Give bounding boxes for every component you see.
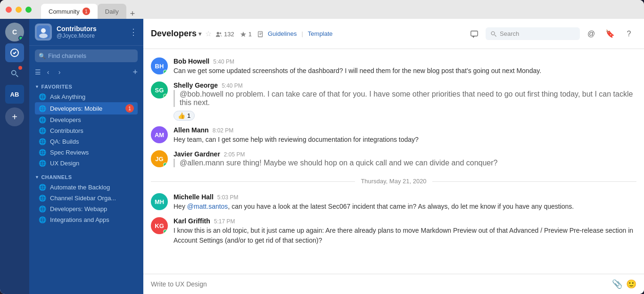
message-text: I know this is an old topic, but it just… <box>173 226 636 245</box>
sidebar-item-channel-sidebar[interactable]: 🌐 Channel Sidebar Orga... <box>35 193 138 204</box>
online-indicator <box>18 36 23 41</box>
message-time: 8:02 PM <box>213 127 234 134</box>
message-text: Hey team, can I get some help with revie… <box>173 135 636 145</box>
workspace-logo <box>35 24 52 41</box>
mention-link[interactable]: @allen.mann <box>180 159 224 167</box>
message-row: AM Allen Mann 8:02 PM Hey team, can I ge… <box>143 123 644 147</box>
message-body: Michelle Hall 5:03 PM Hey @matt.santos, … <box>173 193 636 212</box>
mention-link[interactable]: @matt.santos <box>187 203 228 210</box>
sidebar-more-button[interactable]: ⋮ <box>129 27 138 37</box>
workspace-avatar[interactable]: C <box>5 23 24 41</box>
file-icon <box>257 31 264 38</box>
maximize-button[interactable] <box>25 7 32 13</box>
star-icon[interactable]: ☆ <box>205 29 212 38</box>
svg-line-2 <box>16 75 18 77</box>
sidebar-item-label: Integrations and Apps <box>50 216 109 223</box>
message-text: Hey @matt.santos, can you have a look at… <box>173 202 636 212</box>
online-indicator <box>163 94 167 98</box>
guidelines-tab[interactable]: Guidelines <box>268 30 297 37</box>
minimize-button[interactable] <box>16 7 22 13</box>
channel-globe-icon: 🌐 <box>39 127 46 134</box>
template-tab[interactable]: Template <box>308 30 333 37</box>
compose-button[interactable]: + <box>132 67 138 77</box>
channel-globe-icon: 🌐 <box>39 205 46 212</box>
mention-icon[interactable]: @ <box>584 26 599 41</box>
sidebar-item-label: Developers: Mobile <box>50 105 102 112</box>
main-content: Developers ▾ ☆ 132 1 <box>143 19 644 294</box>
emoji-icon[interactable]: 🙂 <box>626 279 636 289</box>
online-indicator <box>163 70 167 74</box>
channel-globe-icon: 🌐 <box>39 160 46 167</box>
close-button[interactable] <box>6 7 12 13</box>
sidebar-item-spec-reviews[interactable]: 🌐 Spec Reviews <box>35 147 138 158</box>
messages-area: BH Bob Howell 5:40 PM Can we get some up… <box>143 49 644 274</box>
message-text: Can we get some updated screenshots of t… <box>173 66 636 76</box>
message-body: Javier Gardner 2:05 PM @allen.mann sure … <box>173 150 636 169</box>
message-row: MH Michelle Hall 5:03 PM Hey @matt.santo… <box>143 190 644 214</box>
sidebar-item-qa-builds[interactable]: 🌐 QA: Builds <box>35 136 138 147</box>
message-author: Karl Griffith <box>173 217 210 225</box>
channel-globe-icon: 🌐 <box>39 184 46 191</box>
sidebar-item-label: Spec Reviews <box>50 149 89 156</box>
channel-globe-icon: 🌐 <box>39 138 46 145</box>
sidebar: Contributors @Joyce.Moore ⋮ 🔍 ☰ ‹ › <box>29 19 143 294</box>
mention-link[interactable]: @bob.howell <box>180 90 223 98</box>
favorites-header[interactable]: ▼ FAVORITES <box>35 84 138 90</box>
sidebar-item-label: UX Design <box>50 160 79 167</box>
home-icon[interactable] <box>5 43 24 62</box>
find-channels-search-icon: 🔍 <box>39 53 46 59</box>
thread-icon[interactable] <box>467 26 482 41</box>
tab-add-button[interactable]: + <box>126 9 139 19</box>
sidebar-item-automate-backlog[interactable]: 🌐 Automate the Backlog <box>35 182 138 193</box>
tab-daily-label: Daily <box>105 8 119 15</box>
find-channels-area: 🔍 <box>29 46 143 66</box>
sidebar-item-label: Ask Anything <box>50 93 85 100</box>
sidebar-item-integrations-apps[interactable]: 🌐 Integrations and Apps <box>35 214 138 225</box>
tab-community[interactable]: Community 1 <box>41 4 98 19</box>
sidebar-item-developers-webapp[interactable]: 🌐 Developers: Webapp <box>35 204 138 214</box>
sidebar-item-label: QA: Builds <box>50 138 79 145</box>
message-row: KG Karl Griffith 5:17 PM I know this is … <box>143 214 644 248</box>
back-button[interactable]: ‹ <box>43 67 53 77</box>
sidebar-item-developers-mobile[interactable]: 🌐 Developers: Mobile 1 <box>35 102 138 114</box>
filter-icon[interactable]: ☰ <box>35 68 41 76</box>
add-workspace-button[interactable]: + <box>5 107 24 126</box>
message-search-box[interactable]: Search <box>486 27 580 40</box>
sidebar-item-developers[interactable]: 🌐 Developers <box>35 114 138 125</box>
channel-header-inner: Developers ▾ ☆ 132 1 <box>151 29 461 39</box>
star-count: 1 <box>240 31 252 38</box>
channel-dropdown-icon[interactable]: ▾ <box>198 31 201 37</box>
attachment-icon[interactable]: 📎 <box>612 279 622 289</box>
message-row: BH Bob Howell 5:40 PM Can we get some up… <box>143 55 644 79</box>
sidebar-item-contributors[interactable]: 🌐 Contributors <box>35 125 138 136</box>
channel-globe-icon: 🌐 <box>39 116 46 123</box>
forward-button[interactable]: › <box>54 67 65 77</box>
reaction-button[interactable]: 👍1 <box>173 111 195 121</box>
member-count: 132 <box>215 31 234 38</box>
message-time: 5:40 PM <box>213 58 234 65</box>
message-input-area: 📎 🙂 <box>143 274 644 294</box>
sidebar-nav-bar: ☰ ‹ › + <box>29 66 143 80</box>
message-time: 5:40 PM <box>222 82 243 89</box>
sidebar-item-ask-anything[interactable]: 🌐 Ask Anything <box>35 91 138 102</box>
user-icon[interactable]: AB <box>5 85 24 104</box>
help-icon[interactable]: ? <box>621 26 636 41</box>
svg-point-7 <box>220 32 222 34</box>
find-channels-input[interactable] <box>35 49 138 62</box>
header-actions: Search @ 🔖 ? <box>467 26 636 41</box>
search-icon[interactable] <box>5 64 24 83</box>
channel-badge: 1 <box>125 104 134 113</box>
sidebar-item-label: Automate the Backlog <box>50 184 110 191</box>
message-input[interactable] <box>151 280 608 288</box>
avatar: KG <box>151 217 168 234</box>
message-time: 5:03 PM <box>217 194 239 201</box>
icon-rail: C AB + <box>0 19 29 294</box>
tab-daily[interactable]: Daily <box>98 4 126 19</box>
channels-header[interactable]: ▼ CHANNELS <box>35 174 138 180</box>
avatar: SG <box>151 82 168 98</box>
sidebar-item-ux-design[interactable]: 🌐 UX Design <box>35 158 138 169</box>
message-body: Shelly George 5:40 PM @bob.howell no pro… <box>173 82 636 121</box>
avatar: BH <box>151 57 168 74</box>
message-row: SG Shelly George 5:40 PM @bob.howell no … <box>143 79 644 123</box>
bookmark-icon[interactable]: 🔖 <box>603 26 618 41</box>
